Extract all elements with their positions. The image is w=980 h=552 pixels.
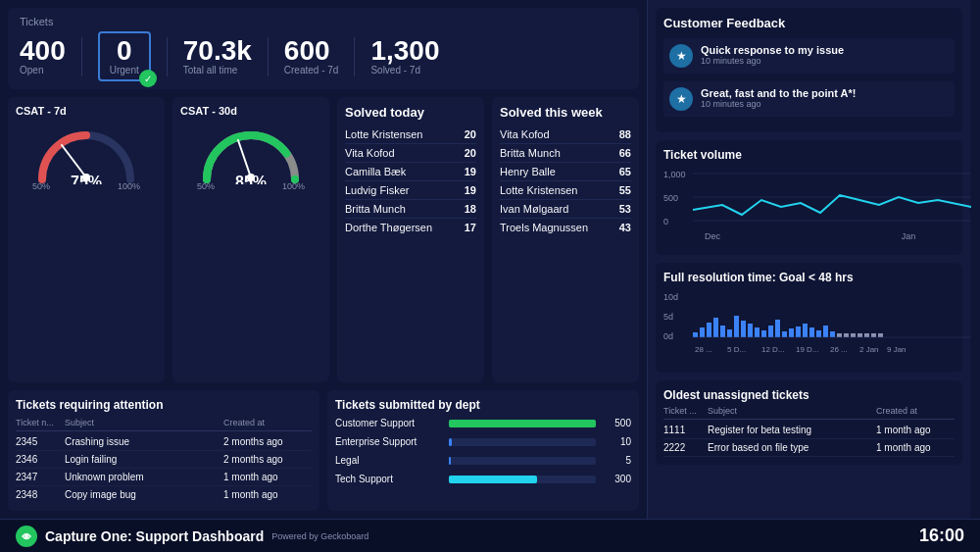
- svg-rect-17: [693, 332, 698, 337]
- solved-value: 18: [465, 203, 476, 215]
- svg-text:500: 500: [663, 193, 678, 203]
- right-panel: Customer Feedback ★ Quick response to my…: [647, 0, 970, 519]
- stat-urgent: 0 Urgent ✓: [98, 31, 151, 81]
- svg-rect-37: [830, 331, 835, 337]
- ticket-id: 2222: [663, 442, 708, 453]
- dept-value: 500: [602, 418, 631, 428]
- stat-open-value: 400: [20, 37, 66, 65]
- dept-rows: Customer Support 500 Enterprise Support …: [335, 418, 631, 484]
- solved-value: 53: [619, 203, 631, 215]
- footer-powered: Powered by Geckoboard: [271, 531, 368, 541]
- list-item: Enterprise Support 10: [335, 436, 631, 447]
- svg-text:2 Jan: 2 Jan: [859, 345, 879, 354]
- feedback-card: Customer Feedback ★ Quick response to my…: [656, 8, 962, 132]
- ticket-id: 2345: [16, 436, 65, 447]
- attention-rows: 2345Crashing issue2 months ago2346Login …: [16, 433, 312, 503]
- svg-rect-30: [782, 331, 787, 337]
- dept-label: Tech Support: [335, 474, 443, 484]
- svg-rect-33: [803, 324, 808, 337]
- feedback-time: 10 minutes ago: [701, 56, 844, 66]
- list-item: Henry Balle65: [500, 163, 631, 181]
- ticket-created: 1 month ago: [876, 425, 955, 435]
- frt-goal-card: Full resolution time: Goal < 48 hrs 10d …: [656, 263, 962, 373]
- divider4: [354, 37, 355, 76]
- svg-text:10d: 10d: [663, 292, 678, 302]
- svg-rect-31: [789, 328, 794, 337]
- csat-30d-gauge: 85%: [197, 121, 305, 179]
- ticket-id: 1111: [663, 425, 708, 435]
- svg-rect-32: [796, 326, 801, 337]
- list-item: Troels Magnussen43: [500, 219, 631, 236]
- divider2: [167, 37, 168, 76]
- svg-rect-18: [700, 327, 705, 337]
- svg-rect-22: [727, 329, 732, 337]
- dept-bar-container: [449, 457, 596, 465]
- svg-text:75%: 75%: [71, 174, 102, 184]
- list-item: Tech Support 300: [335, 474, 631, 484]
- solved-today-card: Solved today Lotte Kristensen20Vita Kofo…: [337, 97, 484, 382]
- list-item: Lotte Kristensen20: [345, 125, 476, 144]
- dept-bar: [449, 476, 537, 483]
- svg-text:Dec: Dec: [705, 231, 721, 241]
- list-item: Vita Kofod88: [500, 125, 631, 144]
- feedback-title: Customer Feedback: [663, 16, 955, 30]
- attention-col-created: Created at: [223, 418, 312, 427]
- oldest-col-created: Created at: [876, 406, 955, 416]
- svg-rect-19: [707, 323, 711, 337]
- dept-value: 5: [602, 455, 631, 466]
- ticket-id: 2346: [16, 454, 65, 465]
- footer-title: Capture One: Support Dashboard: [45, 528, 264, 544]
- solved-week-title: Solved this week: [500, 105, 631, 120]
- solved-value: 66: [619, 147, 631, 159]
- feedback-text: Quick response to my issue: [701, 44, 844, 56]
- oldest-col-id: Ticket ...: [663, 406, 708, 416]
- stat-solved-value: 1,300: [370, 37, 439, 65]
- svg-rect-35: [816, 330, 821, 337]
- ticket-volume-card: Ticket volume 1,000 500 0 Dec Jan: [656, 140, 962, 255]
- svg-text:12 D...: 12 D...: [761, 345, 785, 354]
- bottom-row: Tickets requiring attention Ticket n... …: [8, 390, 639, 511]
- ticket-created: 1 month ago: [223, 472, 312, 482]
- svg-rect-39: [844, 333, 849, 337]
- dept-bar: [449, 438, 452, 446]
- list-item: Camilla Bæk19: [345, 163, 476, 181]
- attention-title: Tickets requiring attention: [16, 398, 312, 412]
- list-item: Britta Munch66: [500, 144, 631, 163]
- stat-total-label: Total all time: [183, 65, 252, 75]
- svg-rect-20: [713, 318, 718, 337]
- solved-value: 20: [465, 128, 476, 140]
- oldest-title: Oldest unassigned tickets: [663, 388, 955, 402]
- svg-rect-25: [748, 324, 753, 337]
- stat-total: 70.3k Total all time: [183, 37, 252, 75]
- ticket-id: 2347: [16, 472, 65, 482]
- dept-value: 300: [602, 474, 631, 484]
- solved-name: Britta Munch: [345, 203, 406, 215]
- header-stats: 400 Open 0 Urgent ✓ 70.3k Total all time: [20, 31, 627, 81]
- svg-rect-44: [878, 333, 883, 337]
- solved-name: Camilla Bæk: [345, 166, 406, 177]
- svg-rect-28: [768, 326, 773, 337]
- solved-value: 19: [465, 166, 476, 177]
- stat-urgent-value: 0: [117, 37, 132, 65]
- stat-total-value: 70.3k: [183, 37, 252, 65]
- stat-open-label: Open: [20, 65, 66, 75]
- feedback-text: Great, fast and to the point A*!: [701, 87, 857, 99]
- csat-30d-card: CSAT - 30d 85% 50% 100%: [172, 97, 329, 382]
- svg-line-3: [238, 140, 251, 177]
- svg-point-53: [24, 534, 28, 538]
- solved-week-card: Solved this week Vita Kofod88Britta Munc…: [492, 97, 639, 382]
- svg-text:5d: 5d: [663, 312, 673, 322]
- dept-bar-container: [449, 420, 596, 427]
- oldest-header: Ticket ... Subject Created at: [663, 406, 955, 420]
- divider: [81, 37, 82, 76]
- ticket-volume-chart: 1,000 500 0 Dec Jan: [663, 166, 971, 244]
- ticket-subject: Register for beta testing: [708, 425, 876, 435]
- svg-text:85%: 85%: [235, 174, 267, 184]
- dept-bar-container: [449, 476, 596, 483]
- frt-chart: 10d 5d 0d: [663, 288, 971, 362]
- csat-7d-card: CSAT - 7d 75%: [8, 97, 165, 382]
- list-item: Ludvig Fisker19: [345, 181, 476, 200]
- solved-value: 55: [619, 184, 631, 196]
- solved-name: Britta Munch: [500, 147, 561, 159]
- dept-bar-container: [449, 438, 596, 446]
